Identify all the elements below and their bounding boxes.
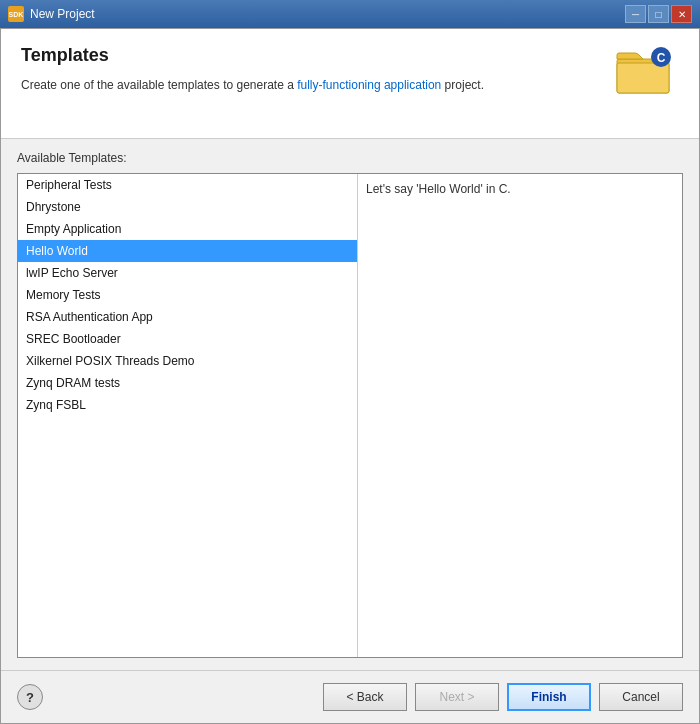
dialog-header: Templates Create one of the available te… <box>1 29 699 139</box>
svg-rect-1 <box>617 63 669 93</box>
title-bar: SDK New Project ─ □ ✕ <box>0 0 700 28</box>
template-item-zynq-fsbl[interactable]: Zynq FSBL <box>18 394 357 416</box>
window-controls: ─ □ ✕ <box>625 5 692 23</box>
template-item-dhrystone[interactable]: Dhrystone <box>18 196 357 218</box>
help-button[interactable]: ? <box>17 684 43 710</box>
template-item-hello-world[interactable]: Hello World <box>18 240 357 262</box>
section-label: Available Templates: <box>17 151 683 165</box>
maximize-button[interactable]: □ <box>648 5 669 23</box>
template-list[interactable]: Peripheral TestsDhrystoneEmpty Applicati… <box>18 174 358 657</box>
templates-container: Peripheral TestsDhrystoneEmpty Applicati… <box>17 173 683 658</box>
page-description: Create one of the available templates to… <box>21 76 605 94</box>
dialog-content: Available Templates: Peripheral TestsDhr… <box>1 139 699 670</box>
header-icon: C <box>615 45 679 109</box>
dialog-footer: ? < Back Next > Finish Cancel <box>1 670 699 723</box>
template-item-rsa-auth-app[interactable]: RSA Authentication App <box>18 306 357 328</box>
app-icon: SDK <box>8 6 24 22</box>
template-description: Let's say 'Hello World' in C. <box>358 174 682 657</box>
template-item-zynq-dram-tests[interactable]: Zynq DRAM tests <box>18 372 357 394</box>
description-link[interactable]: fully-functioning application <box>297 78 441 92</box>
window-title: New Project <box>30 7 619 21</box>
svg-text:C: C <box>657 51 666 65</box>
template-item-srec-bootloader[interactable]: SREC Bootloader <box>18 328 357 350</box>
header-content: Templates Create one of the available te… <box>21 45 605 94</box>
back-button[interactable]: < Back <box>323 683 407 711</box>
next-button[interactable]: Next > <box>415 683 499 711</box>
page-title: Templates <box>21 45 605 66</box>
template-item-memory-tests[interactable]: Memory Tests <box>18 284 357 306</box>
close-button[interactable]: ✕ <box>671 5 692 23</box>
description-text: Let's say 'Hello World' in C. <box>366 182 511 196</box>
cancel-button[interactable]: Cancel <box>599 683 683 711</box>
finish-button[interactable]: Finish <box>507 683 591 711</box>
template-item-xilkernel-posix[interactable]: Xilkernel POSIX Threads Demo <box>18 350 357 372</box>
folder-svg-icon: C <box>615 45 673 95</box>
template-item-empty-application[interactable]: Empty Application <box>18 218 357 240</box>
template-item-peripheral-tests[interactable]: Peripheral Tests <box>18 174 357 196</box>
minimize-button[interactable]: ─ <box>625 5 646 23</box>
new-project-dialog: Templates Create one of the available te… <box>0 28 700 724</box>
template-item-lwip-echo-server[interactable]: lwIP Echo Server <box>18 262 357 284</box>
